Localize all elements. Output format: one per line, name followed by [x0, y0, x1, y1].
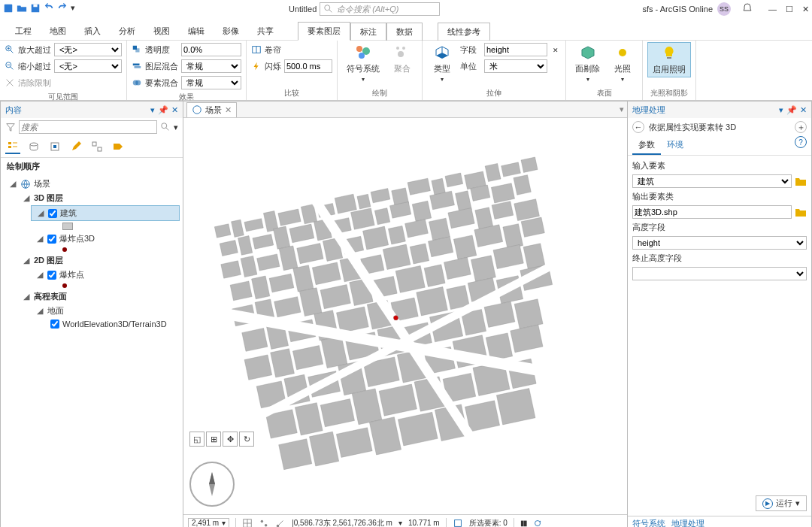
- save-icon[interactable]: [30, 3, 41, 15]
- tab-label[interactable]: 标注: [350, 23, 386, 41]
- scene-canvas[interactable]: ◱ ⊞ ✥ ↻: [183, 118, 627, 514]
- tab-edit[interactable]: 编辑: [179, 23, 214, 40]
- project-icon[interactable]: [3, 3, 14, 15]
- gp-close-icon[interactable]: ✕: [800, 105, 807, 115]
- search-icon[interactable]: [160, 122, 171, 132]
- layer-blend-select[interactable]: 常规: [181, 59, 241, 73]
- list-by-draw-order-button[interactable]: [5, 139, 20, 154]
- enable-lighting-button[interactable]: 启用照明: [647, 42, 691, 77]
- run-label: 运行: [776, 498, 792, 509]
- account-text: sfs - ArcGIS Online: [642, 5, 713, 14]
- folder-icon[interactable]: [795, 207, 807, 217]
- open-icon[interactable]: [17, 3, 27, 15]
- layers3d-node[interactable]: ◢3D 图层: [17, 191, 180, 205]
- gp-tab-params[interactable]: 参数: [632, 136, 661, 155]
- swipe-label[interactable]: 卷帘: [265, 44, 281, 56]
- undo-icon[interactable]: [44, 3, 54, 15]
- extrude-type-button[interactable]: 类型▾: [427, 42, 457, 84]
- tab-imagery[interactable]: 影像: [214, 23, 248, 40]
- feature-blend-select[interactable]: 常规: [181, 76, 241, 89]
- terrain-checkbox[interactable]: [50, 320, 59, 329]
- layers2d-node[interactable]: ◢2D 图层: [17, 253, 180, 268]
- autohide-icon[interactable]: ▾: [150, 105, 155, 115]
- tab-map[interactable]: 地图: [41, 23, 75, 40]
- list-by-snap-button[interactable]: [89, 139, 105, 154]
- pin-icon[interactable]: 📌: [158, 105, 168, 115]
- close-button[interactable]: ✕: [802, 5, 809, 14]
- extrude-unit-select[interactable]: 米: [484, 59, 547, 73]
- tab-data[interactable]: 数据: [386, 23, 423, 41]
- nav-rotate[interactable]: ↻: [239, 432, 254, 447]
- gp-tab-env[interactable]: 环境: [661, 136, 689, 155]
- surfaces-node[interactable]: ◢高程表面: [17, 289, 180, 304]
- list-by-edit-button[interactable]: [68, 139, 83, 154]
- nav-pan[interactable]: ✥: [223, 432, 238, 447]
- view-tabs: 场景 ✕ ▾: [183, 101, 627, 118]
- tab-insert[interactable]: 插入: [75, 23, 110, 40]
- tab-feature-layer[interactable]: 要素图层: [298, 22, 350, 41]
- qat-dropdown-icon[interactable]: ▾: [71, 3, 75, 15]
- list-by-source-button[interactable]: [26, 139, 41, 154]
- explode3d-checkbox[interactable]: [47, 235, 56, 244]
- param-hfield-select[interactable]: height: [632, 236, 807, 250]
- zoom-out-select[interactable]: <无>: [54, 59, 122, 73]
- buildings-checkbox[interactable]: [48, 209, 57, 218]
- transparency-input[interactable]: [181, 43, 241, 56]
- face-light-button[interactable]: 光照▾: [607, 42, 638, 84]
- explode-node[interactable]: ◢爆炸点: [31, 268, 180, 282]
- extrude-field-input[interactable]: [484, 43, 547, 56]
- terrain-node[interactable]: WorldElevation3D/Terrain3D: [44, 318, 180, 330]
- zoom-in-select[interactable]: <无>: [54, 43, 122, 56]
- symbology-button[interactable]: 符号系统▾: [342, 42, 384, 84]
- explode-symbol: [56, 282, 180, 289]
- face-cull-button[interactable]: 面剔除▾: [571, 42, 604, 84]
- foot-tab-symbology[interactable]: 符号系统: [632, 518, 665, 527]
- command-search[interactable]: 命令搜索 (Alt+Q): [320, 2, 440, 16]
- foot-tab-gp[interactable]: 地理处理: [671, 518, 704, 527]
- scene-tab[interactable]: 场景 ✕: [186, 102, 237, 117]
- list-by-label-button[interactable]: [111, 139, 126, 154]
- toc-search-input[interactable]: [19, 120, 157, 134]
- close-tab-icon[interactable]: ✕: [225, 105, 232, 115]
- filter-icon[interactable]: [5, 122, 16, 132]
- minimize-button[interactable]: —: [768, 5, 777, 14]
- run-button[interactable]: ▶运行▾: [756, 495, 807, 511]
- gp-pin-icon[interactable]: 📌: [786, 105, 797, 115]
- param-infeat-select[interactable]: 建筑: [632, 174, 792, 188]
- nav-prev-extent[interactable]: ⊞: [206, 432, 221, 447]
- explode3d-node[interactable]: ◢爆炸点3D: [31, 232, 180, 246]
- field-x-icon[interactable]: ✕: [550, 44, 561, 55]
- surfaces-label: 高程表面: [34, 291, 67, 302]
- param-outfc-input[interactable]: [632, 205, 792, 219]
- back-button[interactable]: ←: [632, 121, 644, 133]
- compass[interactable]: [189, 462, 235, 507]
- list-by-selection-button[interactable]: [47, 139, 62, 154]
- buildings-node[interactable]: ◢建筑: [31, 205, 180, 221]
- svg-line-4: [329, 10, 332, 13]
- nav-full-extent[interactable]: ◱: [189, 432, 205, 447]
- view-menu-icon[interactable]: ▾: [620, 104, 624, 114]
- ground-node[interactable]: ◢地面: [31, 304, 180, 318]
- tab-linear[interactable]: 线性参考: [438, 23, 490, 41]
- notification-icon[interactable]: [741, 2, 753, 16]
- search-dropdown-icon[interactable]: ▾: [174, 123, 178, 132]
- tab-view[interactable]: 视图: [144, 23, 179, 40]
- clear-limit-label[interactable]: 清除限制: [18, 77, 51, 89]
- flash-input[interactable]: [284, 59, 332, 73]
- maximize-button[interactable]: ☐: [786, 5, 793, 14]
- tab-share[interactable]: 共享: [248, 23, 283, 40]
- tab-project[interactable]: 工程: [6, 23, 41, 40]
- add-button[interactable]: ＋: [795, 121, 807, 133]
- account-info[interactable]: sfs - ArcGIS Online SS: [642, 2, 731, 16]
- param-tohfield-select[interactable]: [632, 267, 807, 280]
- folder-icon[interactable]: [795, 176, 807, 186]
- gp-params: 输入要素 建筑 输出要素类 高度字段 height 终止高度字段: [628, 156, 811, 491]
- scene-node[interactable]: ◢场景: [4, 177, 180, 191]
- close-panel-icon[interactable]: ✕: [171, 105, 178, 115]
- tab-analysis[interactable]: 分析: [110, 23, 144, 40]
- aggregate-button[interactable]: 聚合: [387, 42, 417, 76]
- explode-checkbox[interactable]: [47, 271, 56, 280]
- help-icon[interactable]: ?: [795, 136, 807, 148]
- redo-icon[interactable]: [57, 3, 68, 15]
- gp-autohide-icon[interactable]: ▾: [779, 105, 783, 115]
